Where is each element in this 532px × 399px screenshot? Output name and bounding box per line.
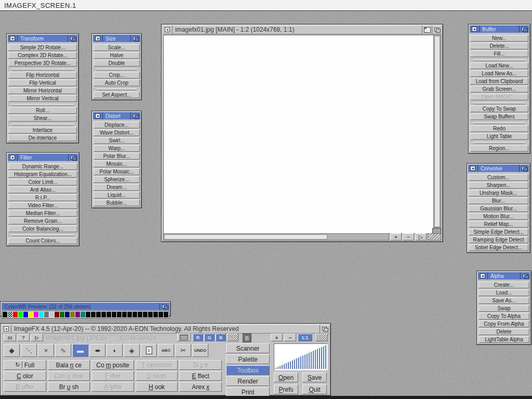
clone-tool[interactable]: 1 — [141, 344, 157, 357]
color-swatch-17[interactable] — [91, 312, 96, 317]
close-gadget[interactable] — [2, 325, 11, 333]
close-gadget[interactable] — [163, 25, 172, 34]
copy-to-swap-button[interactable]: Copy To Swap — [470, 105, 528, 112]
load-from-clipboard-button[interactable]: Load from Clipboard — [470, 78, 528, 85]
light-table-button[interactable]: Light Table — [470, 133, 528, 140]
complex-2d-rotate-button[interactable]: Complex 2D Rotate... — [8, 52, 77, 59]
liquid-button[interactable]: Liquid... — [94, 192, 140, 198]
zoom-gadget[interactable] — [422, 25, 432, 34]
custom-button[interactable]: Custom... — [469, 174, 528, 181]
text-tool[interactable]: ABC — [158, 344, 174, 357]
color-swatch-19[interactable] — [101, 312, 106, 317]
depth-gadget[interactable] — [320, 325, 329, 333]
page-render-button[interactable]: Render — [226, 376, 270, 386]
spherize-button[interactable]: Spherize... — [94, 176, 140, 183]
color-swatch-3[interactable] — [18, 312, 23, 317]
swirl-button[interactable]: Swirl... — [94, 137, 140, 144]
copy-to-alpha-button[interactable]: Copy To Alpha — [478, 313, 529, 320]
color-button[interactable]: Color — [4, 371, 46, 381]
prefs-button[interactable]: Prefs — [274, 384, 298, 394]
move-tool[interactable]: ◆ — [4, 344, 20, 357]
polyline-tool[interactable]: ∿ — [55, 344, 71, 357]
roll-button[interactable]: Roll... — [8, 107, 77, 114]
zoom-in-button[interactable]: + — [390, 233, 402, 241]
color-balancing-button[interactable]: Color Balancing... — [8, 225, 77, 232]
simple-edge-detect-button[interactable]: Simple Edge Detect... — [469, 229, 528, 235]
preview-titlebar[interactable]: CyberWB Preview: (32 of 256 shown) — [2, 303, 169, 310]
mirror-horizontal-button[interactable]: Mirror Horizontal — [8, 87, 77, 94]
horizontal-scrollbar[interactable] — [163, 233, 389, 241]
composite-button[interactable]: Composite — [91, 360, 134, 370]
close-gadget[interactable] — [93, 112, 103, 119]
panel-titlebar[interactable]: Distort — [93, 112, 140, 119]
bubble-button[interactable]: Bubble... — [94, 200, 140, 206]
scissors-tool[interactable]: ✂ — [175, 344, 191, 357]
arexx-button[interactable]: Arexx — [179, 382, 222, 392]
perspective-3d-rotate-button[interactable]: Perspective 3D Rotate... — [8, 60, 77, 66]
color-swatch-0[interactable] — [3, 312, 7, 317]
color-swatch-26[interactable] — [138, 312, 142, 317]
page-toolbox-button[interactable]: Toolbox — [226, 365, 270, 375]
ramping-edge-detect-button[interactable]: Ramping Edge Detect — [469, 236, 528, 243]
set-aspect-button[interactable]: Set Aspect... — [94, 91, 140, 98]
balance-button[interactable]: Balance — [48, 360, 90, 370]
close-gadget[interactable] — [8, 35, 18, 42]
color-swatch-7[interactable] — [39, 312, 44, 317]
unsharp-mask-button[interactable]: Unsharp Mask... — [469, 190, 528, 196]
polar-mosaic-button[interactable]: Polar Mosaic... — [94, 168, 140, 175]
dream-button[interactable]: Dream... — [94, 184, 140, 191]
close-gadget[interactable] — [470, 25, 480, 33]
brush-button[interactable]: Brush — [48, 382, 90, 392]
count-colors-button[interactable]: Count Colors... — [8, 237, 77, 244]
color-swatch-10[interactable] — [55, 312, 59, 317]
de-interlace-button[interactable]: De-Interlace — [8, 135, 77, 141]
interlace-button[interactable]: Interlace — [8, 127, 77, 134]
screen-titlebar[interactable]: IMAGEFX_SCREEN.1 — [0, 0, 532, 11]
panel-titlebar[interactable]: Alpha — [478, 272, 530, 280]
close-gadget[interactable] — [8, 154, 18, 161]
depth-gadget[interactable] — [159, 303, 169, 310]
hook-button[interactable]: Hook — [136, 382, 178, 392]
relief-map-button[interactable]: Relief Map... — [469, 221, 528, 228]
dither-toggle-button[interactable] — [227, 334, 238, 341]
mosaic-button[interactable]: Mosaic... — [94, 161, 140, 167]
load-button[interactable]: Load... — [478, 289, 529, 296]
help-button[interactable]: ? — [17, 334, 30, 341]
r-channel-toggle[interactable]: R — [193, 334, 203, 341]
color-swatch-27[interactable] — [143, 312, 148, 317]
zoom-in-button[interactable]: + — [271, 334, 283, 341]
color-swatch-29[interactable] — [153, 312, 158, 317]
color-swatch-1[interactable] — [8, 312, 12, 317]
undo-button[interactable]: UNDO — [192, 344, 208, 357]
panel-titlebar[interactable]: Buffer — [470, 25, 529, 33]
close-gadget[interactable] — [468, 165, 478, 172]
resize-grip[interactable] — [428, 233, 441, 241]
lighttable-alpha-button[interactable]: LightTable Alpha — [478, 336, 529, 343]
region-button[interactable]: Region... — [470, 145, 528, 152]
airbrush-tool[interactable]: ⋱ — [21, 344, 37, 357]
depth-gadget[interactable] — [68, 154, 78, 161]
grab-screen-button[interactable]: Grab Screen... — [470, 86, 528, 92]
depth-gadget[interactable] — [519, 165, 529, 172]
color-swatch-25[interactable] — [132, 312, 137, 317]
color-swatch-15[interactable] — [81, 312, 85, 317]
monitor-button[interactable] — [177, 334, 191, 341]
load-new-button[interactable]: Load New... — [470, 62, 528, 69]
depth-gadget[interactable] — [68, 35, 77, 42]
run-button[interactable]: ▷ — [31, 334, 43, 341]
panel-titlebar[interactable]: Convolve — [468, 165, 529, 172]
color-swatch-4[interactable] — [23, 312, 28, 317]
box-tool[interactable]: ▬ — [72, 344, 88, 357]
depth-gadget[interactable] — [130, 35, 140, 42]
video-filter-button[interactable]: Video Filter... — [8, 202, 77, 209]
open-button[interactable]: Open — [274, 373, 298, 382]
scale-button[interactable]: Scale... — [94, 44, 140, 51]
zoom-out-button[interactable]: − — [284, 334, 296, 341]
pan-button[interactable]: ▷ — [415, 233, 427, 241]
displace-button[interactable]: Displace... — [94, 122, 140, 128]
halve-button[interactable]: Halve — [94, 52, 140, 59]
close-gadget[interactable] — [93, 35, 103, 42]
sleep-button[interactable]: zz — [4, 334, 16, 341]
flip-vertical-button[interactable]: Flip Vertical — [8, 79, 77, 86]
load-new-as-button[interactable]: Load New As... — [470, 70, 528, 77]
